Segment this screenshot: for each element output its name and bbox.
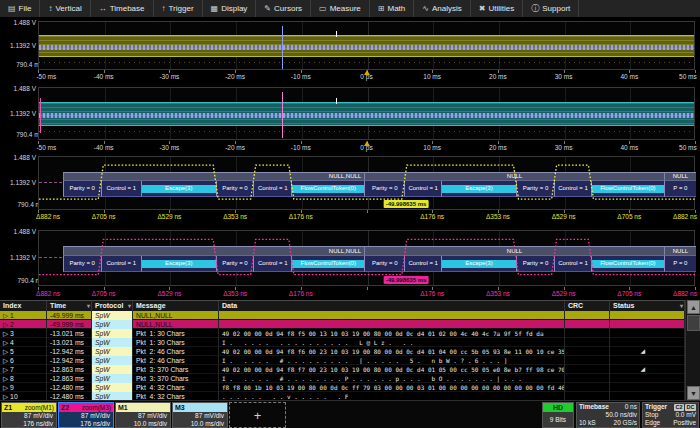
menu-item-trigger[interactable]: ↑Trigger: [154, 0, 203, 17]
timebase-summary[interactable]: Timebase 0 ns 50.0 ns/div 10 kS 20 GS/s: [576, 402, 640, 428]
column-header-protocol[interactable]: Protocol▾: [92, 301, 133, 311]
reference-trace-overlay: [39, 113, 694, 118]
cell-protocol: SpW: [92, 329, 133, 338]
trigger-icon: ↑: [162, 5, 166, 13]
descriptor-id: Z2: [61, 403, 69, 412]
cell-message: NULL,NULL: [133, 311, 219, 320]
delta-time-label: Δ529 ns: [552, 290, 576, 298]
cell-protocol: SpW: [92, 320, 133, 329]
menu-item-file[interactable]: ▤File: [0, 0, 40, 17]
plot-m3[interactable]: [38, 87, 695, 140]
delta-time-label: Δ529 ns: [552, 213, 576, 221]
math-icon: ⊞: [378, 5, 385, 13]
scroll-up-button[interactable]: ▲: [687, 300, 700, 314]
cell-message: NULL,NULL: [133, 320, 219, 329]
descriptor-vscale: 87 mV/div: [116, 412, 170, 420]
sort-icon[interactable]: ▾: [680, 301, 683, 311]
descriptor-bar: Z1zoom(M1)87 mV/div176 ns/divZ2zoom(M3)8…: [0, 400, 700, 428]
cell-message: Pkt 2: 46 Chars: [133, 356, 219, 365]
scrollbar-thumb[interactable]: [687, 315, 700, 331]
y-label-mid: 1.1392 V: [0, 42, 36, 50]
cell-status: [610, 320, 685, 329]
zoom-trace-z2[interactable]: [39, 231, 696, 287]
triangle-up-icon: ▲: [690, 304, 697, 311]
cell-data: [219, 311, 565, 320]
table-scrollbar[interactable]: ▲ ▼: [685, 300, 700, 400]
sort-icon[interactable]: ▾: [128, 301, 131, 311]
delta-time-label: Δ705 ns: [617, 213, 641, 221]
cell-status: [610, 356, 685, 365]
menu-item-utilities[interactable]: ✖Utilities: [471, 0, 523, 17]
column-header-message[interactable]: Message: [133, 301, 219, 311]
delta-time-label: Δ882 ns: [36, 290, 60, 298]
plot-z1[interactable]: NULL,NULLNULLNULLParity = 0Control = 1Es…: [38, 156, 695, 210]
cell-index: ▷ 8: [0, 374, 47, 383]
table-row[interactable]: ▷ 2-49.999 msSpWNULL,NULL: [0, 320, 685, 329]
column-header-data[interactable]: Data: [219, 301, 565, 311]
trace-descriptor-m1[interactable]: M187 mV/div10.0 ms/div: [115, 402, 171, 428]
column-header-index[interactable]: Index: [0, 301, 47, 311]
hd-label: HD: [543, 403, 573, 412]
plot-m1[interactable]: [38, 21, 695, 70]
table-row[interactable]: ▷ 9-12.480 msSpWPkt 4: 32 Charsf8 f8 00 …: [0, 383, 685, 392]
table-row[interactable]: ▷ 5-12.942 msSpWPkt 2: 46 Chars49 02 00 …: [0, 347, 685, 356]
trigger-slope: Positive: [673, 419, 696, 427]
scroll-down-button[interactable]: ▼: [687, 386, 700, 400]
menu-item-math[interactable]: ⊞Math: [370, 0, 415, 17]
table-row[interactable]: ▷ 3-13.021 msSpWPkt 1: 30 Chars49 02 00 …: [0, 329, 685, 338]
noise-floor-dots: [39, 62, 694, 63]
trigger-summary[interactable]: Trigger C2 DC Stop 0.0 mV Edge Positive: [642, 402, 699, 428]
table-row[interactable]: ▷ 6-12.942 msSpWPkt 2: 46 CharsI . . . .…: [0, 356, 685, 365]
cell-data: f8 f8 00 1b 10 03 19 00 80 00 0d 0c ff 7…: [219, 383, 565, 392]
trace-descriptor-z1[interactable]: Z1zoom(M1)87 mV/div176 ns/div: [1, 402, 57, 428]
add-trace-button[interactable]: +: [229, 402, 286, 428]
timebase-offset: 0 ns: [625, 403, 637, 411]
cell-time: -13.021 ms: [47, 329, 92, 338]
table-row[interactable]: ▷ 8-12.863 msSpWPkt 3: 370 CharsI . . . …: [0, 374, 685, 383]
cell-time: -49.999 ms: [47, 311, 92, 320]
zoom-trace-z1[interactable]: [39, 157, 696, 211]
menu-item-vertical[interactable]: ↕Vertical: [40, 0, 90, 17]
table-row[interactable]: ▷ 1-49.999 msSpWNULL,NULL: [0, 311, 685, 320]
timebase-scale: 50.0 ns/div: [606, 411, 637, 419]
x-axis-m3: -50 ms-40 ms-30 ms-20 ms-10 ms0 ps10 ms2…: [38, 141, 695, 153]
descriptor-vscale: 87 mV/div: [59, 412, 113, 420]
column-header-crc[interactable]: CRC: [565, 301, 610, 311]
column-header-status[interactable]: Status▾: [610, 301, 685, 311]
menu-item-analysis[interactable]: ∿Analysis: [414, 0, 471, 17]
event-marker: [282, 26, 283, 69]
delta-time-label: Δ353 ns: [486, 213, 510, 221]
file-icon: ▤: [8, 5, 16, 13]
measure-icon: ▭: [319, 5, 327, 13]
delta-time-label: Δ353 ns: [223, 290, 247, 298]
menu-item-display[interactable]: ▦Display: [203, 0, 257, 17]
menu-item-measure[interactable]: ▭Measure: [311, 0, 370, 17]
cursors-icon: ✎: [264, 5, 271, 13]
menu-item-timebase[interactable]: ↔Timebase: [91, 0, 154, 17]
menu-item-support[interactable]: ⓘSupport: [523, 0, 579, 17]
x-tick-label: -50 ms: [36, 144, 56, 152]
descriptor-hscale: 176 ns/div: [59, 420, 113, 428]
trace-descriptor-z2[interactable]: Z2zoom(M3)87 mV/div176 ns/div: [58, 402, 114, 428]
trace-descriptor-m3[interactable]: M387 mV/div10.0 ms/div: [172, 402, 228, 428]
timebase-icon: ↔: [99, 5, 107, 13]
descriptor-vscale: 87 mV/div: [2, 412, 56, 420]
timebase-samples: 10 kS: [579, 419, 596, 427]
sort-icon[interactable]: ▾: [87, 301, 90, 311]
oscilloscope-screen: ▤File↕Vertical↔Timebase↑Trigger▦Display✎…: [0, 0, 700, 428]
cell-time: -12.863 ms: [47, 374, 92, 383]
cell-crc: [565, 320, 610, 329]
support-icon: ⓘ: [531, 5, 539, 13]
table-row[interactable]: ▷ 7-12.863 msSpWPkt 3: 370 Chars49 02 00…: [0, 365, 685, 374]
analysis-icon: ∿: [422, 5, 429, 13]
menu-item-cursors[interactable]: ✎Cursors: [256, 0, 311, 17]
cell-protocol: SpW: [92, 383, 133, 392]
plot-z2[interactable]: NULL,NULLNULLNULLParity = 0Control = 1Es…: [38, 230, 695, 286]
column-header-time[interactable]: Time▾: [47, 301, 92, 311]
table-row[interactable]: ▷ 4-13.021 msSpWPkt 1: 30 CharsI . . . .…: [0, 338, 685, 347]
cell-message: Pkt 1: 30 Chars: [133, 338, 219, 347]
cell-crc: [565, 383, 610, 392]
hd-indicator[interactable]: HD 9 Bits: [542, 402, 574, 428]
y-label-top: 1.488 V: [0, 228, 36, 236]
x-tick-label: -30 ms: [159, 73, 179, 81]
